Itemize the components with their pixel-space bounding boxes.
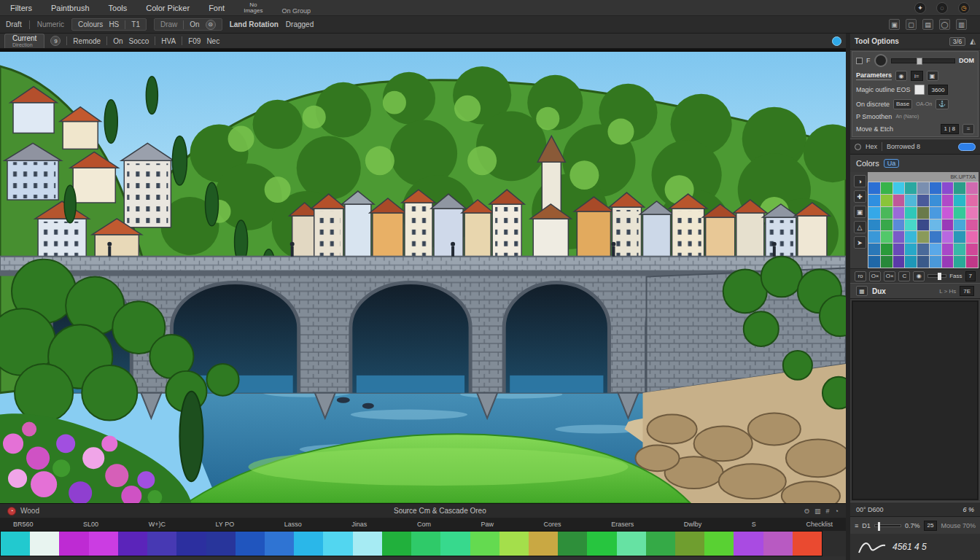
color-swatch[interactable] [917,195,929,206]
color-swatch[interactable] [942,244,954,255]
color-swatch[interactable] [893,207,905,219]
menu-item[interactable]: Color Picker [146,4,190,12]
file-icon[interactable] [914,85,925,95]
color-swatch[interactable] [966,256,978,268]
color-swatch[interactable] [893,195,905,206]
record-status-icon[interactable]: ◔ [7,507,16,516]
color-swatch[interactable] [868,207,880,219]
color-swatch[interactable] [868,244,880,255]
toolbar2-numeric[interactable]: Numeric [37,20,64,28]
droplet-button[interactable]: ◉ [895,71,907,81]
palette-swatch[interactable] [59,532,88,556]
toolbar2-t1[interactable]: T1 [131,20,140,28]
bottom-toolbar-label[interactable]: S [752,521,756,528]
color-swatch[interactable] [930,231,941,243]
toolbar2-round-icon[interactable]: ⊙ [206,20,216,30]
statusbar-right-icon[interactable]: ◔ [835,508,839,515]
color-swatch[interactable] [905,256,917,268]
color-swatch[interactable] [966,195,978,206]
palette-swatch[interactable] [470,532,499,556]
active-color-indicator[interactable] [832,36,841,46]
fass-slider[interactable] [928,274,946,278]
color-swatch[interactable] [930,207,941,219]
palette-swatch[interactable] [529,532,558,556]
bottom-toolbar-label[interactable]: Jinas [351,521,367,528]
palette-swatch[interactable] [265,532,294,556]
toolbar2-right-icon[interactable]: ▥ [956,19,967,30]
ro-button[interactable]: ro [855,271,866,281]
color-swatch[interactable] [893,244,905,255]
color-swatch[interactable] [917,207,929,219]
value-field[interactable]: i= [911,71,922,81]
color-swatch[interactable] [954,244,965,255]
toolbar3-socco[interactable]: Socco [129,37,149,45]
bottom-toolbar-label[interactable]: Dwlby [684,521,702,528]
anchor-button[interactable]: ⚓ [936,99,949,109]
color-swatch[interactable] [905,219,917,231]
ratio-field[interactable]: 1 | 8 [941,124,959,134]
color-swatch[interactable] [966,244,978,255]
d1-slider[interactable] [874,524,901,527]
color-swatch[interactable] [930,195,941,206]
rotation-knob[interactable] [874,54,887,67]
canvas-image[interactable] [0,50,846,503]
palette-swatch[interactable] [382,532,411,556]
color-swatch[interactable] [881,207,892,219]
bottom-toolbar-label[interactable]: SL00 [83,521,98,528]
color-swatch[interactable] [954,219,965,231]
color-swatch[interactable] [881,244,892,255]
blue-pill-button[interactable] [958,143,976,151]
palette-swatch[interactable] [294,532,323,556]
color-swatch[interactable] [868,195,880,206]
color-swatch[interactable] [930,256,941,268]
color-swatch[interactable] [917,231,929,243]
color-swatch[interactable] [881,231,892,243]
bottom-toolbar-label[interactable]: LY PO [216,521,235,528]
tray-star-icon[interactable]: ✦ [914,2,926,14]
statusbar-right-icon[interactable]: Θ [804,508,809,515]
color-swatch[interactable] [893,219,905,231]
c-button[interactable]: C [898,271,910,281]
color-swatch[interactable] [881,219,892,231]
color-swatch[interactable] [930,219,941,231]
ox2-button[interactable]: O× [884,271,895,281]
color-swatch[interactable] [930,182,941,194]
swatch-tool-icon[interactable]: ✚ [854,190,866,203]
color-swatch[interactable] [905,182,917,194]
statusbar-right-icon[interactable]: ▥ [814,508,821,515]
color-swatch[interactable] [930,244,941,255]
color-swatch[interactable] [893,182,905,194]
swatch-tool-icon[interactable]: △ [854,221,866,233]
eye-button[interactable]: ◉ [913,271,925,281]
size-value[interactable]: 3600 [928,85,949,95]
tray-clock-icon[interactable]: ◷ [958,2,970,14]
toolbar2-draft[interactable]: Draft [6,20,22,28]
color-swatch[interactable] [966,207,978,219]
color-swatch[interactable] [954,195,965,206]
color-swatch[interactable] [954,256,965,268]
menu-lines-icon[interactable]: ≡ [855,522,858,529]
toolbar2-right-icon[interactable]: ▣ [889,19,900,30]
palette-swatch[interactable] [763,532,793,556]
swatch-tool-icon[interactable]: ◑ [854,175,866,187]
color-swatch[interactable] [954,231,965,243]
menu-stacked-item[interactable]: No Images [244,2,262,14]
toolbar2-colours[interactable]: Colours [78,20,103,28]
option-checkbox[interactable] [856,58,863,64]
ua-badge[interactable]: Ua [884,159,900,168]
bottom-toolbar-label[interactable]: BR560 [13,521,34,528]
color-swatch[interactable] [905,244,917,255]
toolbar2-right-icon[interactable]: ▢ [906,19,917,30]
menu-item[interactable]: Paintbrush [51,4,90,12]
palette-swatch[interactable] [675,532,704,556]
swatch-tool-icon[interactable]: ▣ [854,206,866,218]
palette-swatch[interactable] [206,532,236,556]
bottom-toolbar-label[interactable]: Lasso [284,521,302,528]
color-swatch[interactable] [881,195,892,206]
tool-options-badge[interactable]: 3/6 [949,37,966,46]
toolbar2-dragged[interactable]: Dragged [286,20,314,28]
fass-value[interactable]: 7 [965,271,976,281]
palette-swatch[interactable] [118,532,147,556]
dux-row[interactable]: ▦ Dux L > Hs 7E [850,283,980,299]
base-dropdown[interactable]: Base [893,99,912,109]
